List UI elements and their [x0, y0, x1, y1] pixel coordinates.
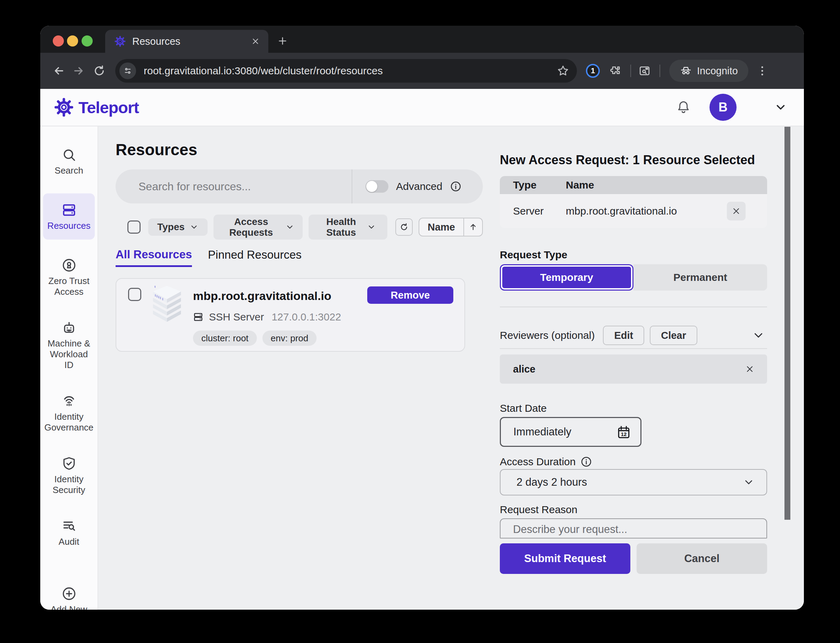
- reviewer-name: alice: [500, 364, 536, 375]
- remove-reviewer-button[interactable]: [744, 363, 756, 375]
- sidebar-item-zero-trust-access[interactable]: Zero Trust Access: [43, 252, 95, 302]
- notifications-bell-icon[interactable]: [676, 100, 691, 114]
- collapse-chevron-icon[interactable]: [752, 329, 765, 342]
- reviewers-label: Reviewers (optional): [500, 330, 595, 341]
- start-date-label: Start Date: [500, 402, 767, 414]
- user-menu-chevron-icon[interactable]: [774, 101, 787, 114]
- sidebar-item-identity-security[interactable]: Identity Security: [43, 450, 95, 500]
- close-window-button[interactable]: [53, 36, 64, 47]
- chevron-down-icon: [285, 222, 294, 232]
- tab-pinned-resources[interactable]: Pinned Resources: [208, 248, 302, 261]
- remove-selected-resource-button[interactable]: [727, 202, 745, 220]
- sidebar-item-label: Identity Governance: [44, 411, 94, 433]
- search-input[interactable]: [116, 170, 352, 204]
- resource-card-text: mbp.root.gravitational.io SSH Server 127…: [193, 289, 341, 346]
- browser-window: Resources: [40, 26, 804, 610]
- advanced-label: Advanced: [396, 181, 442, 193]
- info-icon[interactable]: [581, 456, 592, 468]
- access-duration-label: Access Duration: [500, 456, 767, 468]
- refresh-button[interactable]: [395, 219, 413, 236]
- request-reason-label: Request Reason: [500, 504, 767, 516]
- sidebar-item-audit[interactable]: Audit: [43, 513, 95, 552]
- access-duration-select[interactable]: 2 days 2 hours: [500, 469, 767, 495]
- teleport-gear-icon: [54, 98, 73, 117]
- address-bar[interactable]: root.gravitational.io:3080/web/cluster/r…: [115, 59, 577, 83]
- sidebar-nav: Search Resources: [40, 126, 98, 610]
- chevron-down-icon: [189, 222, 199, 232]
- sidebar-item-label: Identity Security: [44, 474, 93, 495]
- access-duration-value: 2 days 2 hours: [501, 476, 743, 488]
- sidebar-item-identity-governance[interactable]: Identity Governance: [43, 388, 95, 438]
- sort-label: Name: [419, 222, 463, 233]
- audit-list-icon: [62, 518, 77, 534]
- resource-checkbox[interactable]: [128, 288, 141, 301]
- sidebar-item-label: Zero Trust Access: [44, 276, 93, 297]
- plus-circle-icon: [62, 586, 77, 601]
- teleport-logo[interactable]: Teleport: [54, 98, 139, 117]
- sidebar-item-label: Resources: [47, 220, 90, 231]
- onepassword-extension-icon[interactable]: 1: [586, 64, 600, 78]
- forward-button[interactable]: [69, 61, 88, 80]
- side-panel-search-icon[interactable]: [638, 64, 651, 77]
- remove-resource-button[interactable]: Remove: [367, 286, 453, 304]
- resource-label-pill[interactable]: cluster: root: [193, 331, 257, 346]
- request-type-segmented-control: Permanent Temporary: [500, 264, 767, 290]
- sort-by-name-button[interactable]: Name: [419, 218, 483, 237]
- browser-tab[interactable]: Resources: [105, 30, 268, 53]
- reviewers-header: Reviewers (optional) Edit Clear: [500, 325, 767, 346]
- url-text: root.gravitational.io:3080/web/cluster/r…: [144, 65, 557, 77]
- browser-menu-icon[interactable]: [756, 65, 768, 77]
- bookmark-star-icon[interactable]: [557, 65, 569, 77]
- panel-title: New Access Request: 1 Resource Selected: [500, 152, 767, 168]
- resource-kind: SSH Server: [209, 311, 264, 323]
- incognito-label: Incognito: [697, 65, 738, 77]
- sort-direction-button[interactable]: [464, 222, 482, 232]
- reload-button[interactable]: [88, 61, 108, 80]
- close-icon: [731, 206, 741, 216]
- sidebar-item-search[interactable]: Search: [43, 142, 95, 181]
- advanced-toggle[interactable]: [365, 180, 388, 193]
- health-status-filter-button[interactable]: Health Status: [308, 215, 387, 240]
- start-date-value: Immediately: [501, 426, 616, 438]
- scrollbar-thumb[interactable]: [785, 127, 790, 520]
- extensions-puzzle-icon[interactable]: [609, 64, 622, 77]
- clear-reviewers-button[interactable]: Clear: [650, 326, 697, 345]
- types-filter-button[interactable]: Types: [148, 219, 207, 236]
- temporary-option[interactable]: Temporary: [501, 265, 633, 290]
- table-header-row: Type Name: [500, 176, 767, 194]
- user-avatar[interactable]: B: [710, 94, 737, 121]
- sidebar-item-machine-workload-id[interactable]: Machine & Workload ID: [43, 315, 95, 375]
- resource-search-bar: Advanced: [116, 170, 483, 204]
- resource-card[interactable]: mbp.root.gravitational.io SSH Server 127…: [116, 278, 465, 352]
- sidebar-item-resources[interactable]: Resources: [43, 193, 95, 240]
- request-reason-input[interactable]: [500, 518, 767, 539]
- resource-label-pill[interactable]: env: prod: [263, 331, 316, 346]
- resources-section: Resources Advanced: [116, 140, 483, 352]
- teleport-favicon-icon: [114, 36, 126, 47]
- tab-strip: Resources: [40, 26, 804, 53]
- edit-reviewers-button[interactable]: Edit: [603, 326, 644, 345]
- submit-request-button[interactable]: Submit Request: [500, 543, 630, 574]
- select-all-checkbox[interactable]: [127, 220, 140, 233]
- row-type: Server: [500, 205, 566, 217]
- access-requests-filter-button[interactable]: Access Requests: [214, 215, 303, 240]
- tab-all-resources[interactable]: All Resources: [116, 248, 192, 267]
- tab-close-icon[interactable]: [251, 37, 260, 46]
- back-button[interactable]: [49, 61, 69, 80]
- info-icon[interactable]: [450, 181, 462, 193]
- site-info-icon[interactable]: [119, 62, 136, 79]
- column-header-name: Name: [566, 179, 594, 191]
- page-title: Resources: [116, 140, 483, 159]
- minimize-window-button[interactable]: [67, 36, 78, 47]
- permanent-option[interactable]: Permanent: [633, 264, 767, 290]
- sidebar-item-label: Machine & Workload ID: [44, 338, 93, 370]
- toolbar-separator: [659, 65, 660, 77]
- cancel-button[interactable]: Cancel: [636, 543, 767, 574]
- new-tab-icon[interactable]: [277, 36, 288, 47]
- start-date-input[interactable]: Immediately 12: [500, 417, 641, 447]
- calendar-icon[interactable]: 12: [616, 424, 631, 439]
- sidebar-item-add-new[interactable]: Add New: [43, 581, 95, 610]
- zoom-window-button[interactable]: [82, 36, 93, 47]
- refresh-icon: [399, 222, 409, 232]
- arrow-up-icon: [468, 222, 478, 232]
